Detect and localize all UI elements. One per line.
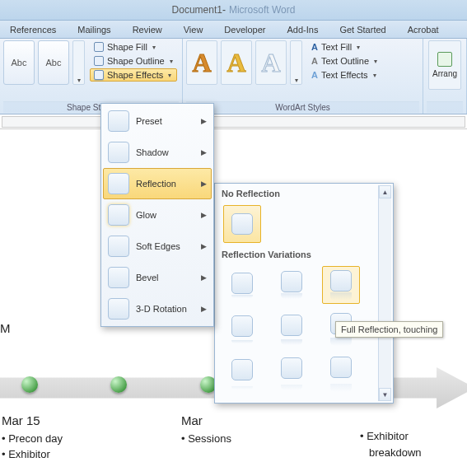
bucket-icon [94, 42, 104, 52]
ribbon-tabs: References Mailings Review View Develope… [0, 21, 467, 39]
tab-mailings[interactable]: Mailings [77, 25, 110, 35]
gallery-scrollbar[interactable]: ▲ ▼ [378, 185, 391, 401]
gallery-header-variations: Reflection Variations [217, 246, 391, 263]
shape-effects-button[interactable]: Shape Effects▾ [90, 68, 177, 82]
tab-developer[interactable]: Developer [224, 25, 265, 35]
text-outline-icon: A [311, 56, 318, 66]
group-label-wordart: WordArt Styles [186, 101, 419, 113]
text-effects-button[interactable]: A Text Effects▾ [307, 68, 381, 82]
ribbon: Abc Abc ▾ Shape Fill▾ Shape Outline▾ Sha… [0, 39, 467, 114]
glow-icon [108, 204, 129, 226]
arrange-button[interactable]: Arrang [428, 40, 461, 90]
tab-references[interactable]: References [10, 25, 56, 35]
submenu-arrow-icon: ▶ [201, 117, 207, 125]
reflection-gallery: No Reflection Reflection Variations ▲ ▼ [214, 183, 394, 404]
menu-item-3d-rotation[interactable]: 3-D Rotation ▶ [103, 293, 212, 324]
wordart-swatch[interactable]: A [186, 40, 217, 85]
reflection-option[interactable] [223, 310, 261, 348]
text-effects-icon: A [311, 70, 318, 80]
shadow-icon [108, 142, 129, 163]
submenu-arrow-icon: ▶ [201, 148, 207, 156]
col2-heading: Mar [181, 412, 231, 431]
scroll-up-icon[interactable]: ▲ [379, 185, 391, 198]
col1-bullet: Exhibitor [2, 446, 63, 463]
col3-text: breakdown [369, 445, 422, 461]
col2-bullet: Sessions [181, 431, 231, 447]
soft-edges-icon [108, 236, 129, 257]
reflection-option[interactable] [322, 355, 360, 393]
arrange-icon [437, 52, 452, 67]
tab-review[interactable]: Review [133, 25, 162, 35]
document-name: Document1 [172, 4, 222, 16]
col1-heading: Mar 15 [2, 412, 63, 431]
reflection-option-none[interactable] [223, 205, 261, 243]
effects-icon [94, 70, 104, 80]
window-title: Document1 - Microsoft Word [0, 0, 467, 21]
submenu-arrow-icon: ▶ [201, 180, 207, 188]
preset-icon [108, 110, 129, 132]
menu-item-reflection[interactable]: Reflection ▶ [103, 168, 212, 199]
rotation-icon [108, 298, 129, 320]
menu-item-glow[interactable]: Glow ▶ [103, 199, 212, 231]
sphere-marker[interactable] [21, 376, 38, 393]
tab-view[interactable]: View [184, 25, 203, 35]
shape-fill-button[interactable]: Shape Fill▾ [90, 40, 177, 54]
wordart-swatch[interactable]: A [221, 40, 252, 85]
submenu-arrow-icon: ▶ [201, 305, 207, 313]
sphere-marker[interactable] [110, 376, 127, 393]
horizontal-ruler[interactable] [0, 114, 467, 129]
submenu-arrow-icon: ▶ [201, 273, 207, 282]
submenu-arrow-icon: ▶ [201, 211, 207, 219]
reflection-option[interactable] [273, 266, 311, 304]
wordart-swatch[interactable]: A [255, 40, 287, 85]
shape-style-more[interactable]: ▾ [72, 40, 85, 85]
menu-item-bevel[interactable]: Bevel ▶ [103, 262, 212, 293]
pencil-icon [94, 56, 104, 66]
menu-item-preset[interactable]: Preset ▶ [103, 105, 212, 137]
wordart-more[interactable]: ▾ [290, 40, 302, 85]
text-outline-button[interactable]: A Text Outline▾ [307, 54, 381, 68]
shape-style-swatch[interactable]: Abc [3, 40, 35, 85]
reflection-option[interactable] [223, 355, 261, 393]
tooltip: Full Reflection, touching [335, 321, 443, 338]
text-fill-button[interactable]: A Text Fill▾ [307, 40, 381, 54]
text-fill-icon: A [311, 42, 318, 52]
menu-item-soft-edges[interactable]: Soft Edges ▶ [103, 231, 212, 262]
reflection-option[interactable] [223, 266, 261, 304]
tab-addins[interactable]: Add-Ins [287, 25, 319, 35]
shape-style-swatch[interactable]: Abc [38, 40, 69, 85]
bevel-icon [108, 267, 129, 288]
menu-item-shadow[interactable]: Shadow ▶ [103, 137, 212, 168]
reflection-option[interactable] [273, 355, 311, 393]
scroll-down-icon[interactable]: ▼ [379, 388, 391, 401]
col1-bullet: Precon day [2, 431, 63, 447]
shape-outline-button[interactable]: Shape Outline▾ [90, 54, 177, 68]
reflection-option[interactable] [273, 310, 311, 348]
app-name: Microsoft Word [229, 4, 295, 16]
doc-text: M [0, 320, 11, 338]
col3-bullet: Exhibitor [360, 428, 422, 445]
shape-effects-menu: Preset ▶ Shadow ▶ Reflection ▶ Glow ▶ So… [100, 103, 214, 327]
submenu-arrow-icon: ▶ [201, 242, 207, 250]
reflection-option-full-touching[interactable] [322, 266, 360, 304]
tab-acrobat[interactable]: Acrobat [408, 25, 439, 35]
tab-get-started[interactable]: Get Started [339, 25, 385, 35]
gallery-header-none: No Reflection [217, 185, 391, 202]
reflection-icon [108, 173, 129, 194]
